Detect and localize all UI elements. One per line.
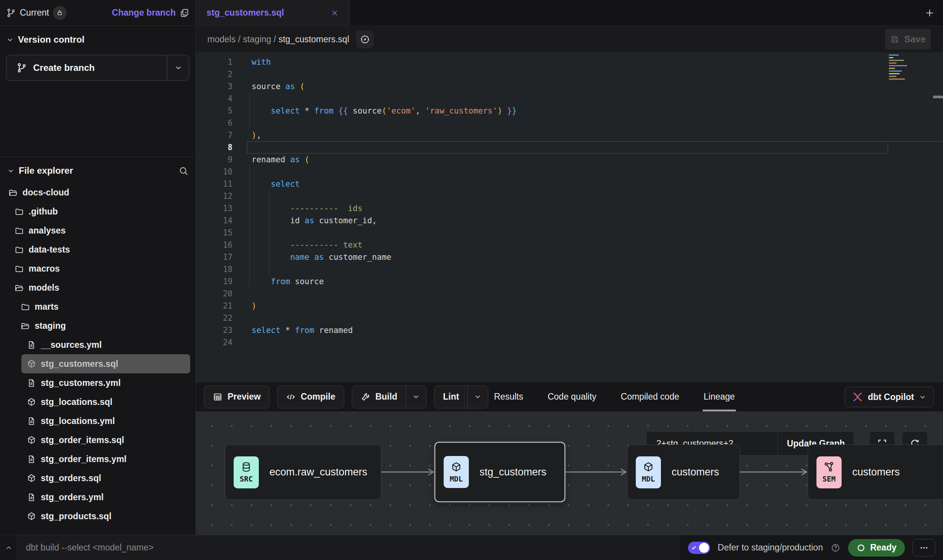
- create-branch-dropdown[interactable]: [167, 55, 189, 80]
- file-tree-item[interactable]: models: [0, 278, 196, 297]
- code-line[interactable]: 21): [196, 300, 943, 312]
- tab-stg-customers-sql[interactable]: stg_customers.sql: [196, 0, 350, 26]
- lineage-node-ecom-raw_customers[interactable]: SRCecom.raw_customers: [225, 445, 381, 500]
- lineage-node-customers[interactable]: SEMcustomers: [808, 445, 943, 500]
- indent-guide: [249, 117, 250, 129]
- file-tree-item[interactable]: macros: [0, 259, 196, 278]
- copy-icon[interactable]: [180, 8, 189, 18]
- code-line[interactable]: 16 ---------- text: [196, 239, 943, 251]
- indent-guide: [249, 239, 250, 251]
- code-line[interactable]: 7),: [196, 129, 943, 141]
- code-line[interactable]: 24: [196, 336, 943, 349]
- code-line[interactable]: 4: [196, 93, 943, 105]
- file-tree-item[interactable]: .github: [0, 202, 196, 221]
- command-input-area: [17, 535, 680, 560]
- code-line[interactable]: 5 select * from {{ source('ecom', 'raw_c…: [196, 105, 943, 117]
- file-tree-label: stg_locations.sql: [41, 397, 112, 407]
- compile-button[interactable]: Compile: [277, 386, 344, 408]
- file-tree-label: stg_customers.yml: [41, 378, 121, 388]
- file-tree-item[interactable]: stg_customers.sql: [21, 354, 190, 373]
- git-branch-icon: [6, 8, 16, 18]
- create-branch-button[interactable]: Create branch: [6, 55, 189, 81]
- search-icon[interactable]: [178, 166, 189, 176]
- line-number: 14: [196, 214, 233, 227]
- file-tree-label: models: [29, 283, 59, 293]
- copilot-compass-button[interactable]: [356, 30, 374, 48]
- chevron-down-icon: [6, 36, 14, 44]
- lineage-node-customers[interactable]: MDLcustomers: [627, 445, 740, 500]
- more-options-button[interactable]: [913, 539, 935, 557]
- code-line[interactable]: 11 select: [196, 178, 943, 190]
- chevron-down-icon: [174, 64, 183, 72]
- file-tree-item[interactable]: stg_order_items.sql: [0, 430, 196, 450]
- code-line[interactable]: 14 id as customer_id,: [196, 214, 943, 227]
- file-tree-item[interactable]: stg_orders.sql: [0, 469, 196, 488]
- code-line[interactable]: 10: [196, 166, 943, 178]
- lineage-edge: [565, 467, 627, 477]
- help-icon[interactable]: [831, 543, 840, 553]
- code-line[interactable]: 19 from source: [196, 275, 943, 288]
- change-branch-link[interactable]: Change branch: [112, 8, 176, 18]
- defer-toggle[interactable]: [688, 542, 710, 554]
- tab-code-quality[interactable]: Code quality: [548, 382, 597, 411]
- lineage-node-label: ecom.raw_customers: [269, 466, 367, 478]
- file-tree-item[interactable]: __sources.yml: [0, 335, 196, 354]
- code-line[interactable]: 12: [196, 190, 943, 202]
- preview-button[interactable]: Preview: [204, 386, 269, 408]
- line-number: 4: [196, 93, 233, 105]
- file-tree-item[interactable]: marts: [0, 297, 196, 316]
- line-number: 9: [196, 154, 233, 166]
- file-tree-item[interactable]: stg_products.sql: [0, 507, 196, 526]
- file-tree-item[interactable]: stg_customers.yml: [0, 373, 196, 392]
- line-number: 7: [196, 129, 233, 141]
- file-tree-item[interactable]: docs-cloud: [0, 183, 196, 202]
- code-line[interactable]: 20: [196, 288, 943, 300]
- tab-results[interactable]: Results: [494, 382, 523, 411]
- save-button[interactable]: Save: [885, 29, 931, 50]
- status-badge[interactable]: Ready: [848, 539, 905, 557]
- close-icon[interactable]: [330, 9, 339, 17]
- file-tree-item[interactable]: data-tests: [0, 240, 196, 259]
- code-line[interactable]: 6: [196, 117, 943, 129]
- code-line[interactable]: 15: [196, 227, 943, 239]
- indent-guide: [249, 251, 250, 263]
- code-editor[interactable]: 1with23source as (45 select * from {{ so…: [196, 53, 943, 382]
- command-input[interactable]: [26, 542, 615, 553]
- code-line[interactable]: 13 ---------- ids: [196, 202, 943, 214]
- cube-icon: [643, 461, 654, 473]
- line-number: 15: [196, 227, 233, 239]
- code-line[interactable]: 8: [196, 141, 943, 154]
- code-line[interactable]: 23select * from renamed: [196, 324, 943, 336]
- indent-guide: [249, 214, 250, 227]
- file-tree-label: macros: [29, 264, 60, 274]
- file-explorer-header[interactable]: File explorer: [0, 157, 196, 181]
- file-tree-item[interactable]: stg_order_items.yml: [0, 450, 196, 469]
- new-tab-button[interactable]: [924, 7, 935, 19]
- file-tree-item[interactable]: analyses: [0, 221, 196, 240]
- code-line[interactable]: 9renamed as (: [196, 154, 943, 166]
- version-control-header[interactable]: Version control: [6, 34, 189, 45]
- lint-button[interactable]: Lint: [435, 386, 467, 408]
- file-tree-item[interactable]: staging: [0, 316, 196, 335]
- code-line[interactable]: 2: [196, 68, 943, 80]
- folder-icon: [14, 245, 24, 254]
- build-dropdown[interactable]: [406, 386, 426, 408]
- code-line[interactable]: 3source as (: [196, 80, 943, 93]
- command-bar-expand[interactable]: [0, 535, 17, 560]
- file-tree-item[interactable]: stg_locations.yml: [0, 411, 196, 430]
- code-line[interactable]: 1with: [196, 56, 943, 68]
- tab-lineage[interactable]: Lineage: [704, 382, 735, 411]
- code-line[interactable]: 18: [196, 263, 943, 275]
- file-tree-item[interactable]: stg_orders.yml: [0, 488, 196, 507]
- tab-compiled-code[interactable]: Compiled code: [621, 382, 679, 411]
- lineage-graph[interactable]: Update Graph SRCecom.raw_customersMDLstg…: [196, 411, 943, 535]
- code-line[interactable]: 17 name as customer_name: [196, 251, 943, 263]
- dbt-copilot-button[interactable]: dbt Copilot: [845, 387, 934, 407]
- indent-guide: [269, 239, 269, 251]
- file-tree-item[interactable]: stg_locations.sql: [0, 392, 196, 411]
- lineage-node-stg_customers[interactable]: MDLstg_customers: [435, 442, 565, 502]
- line-number: 1: [196, 56, 233, 68]
- build-button[interactable]: Build: [352, 386, 406, 408]
- code-line[interactable]: 22: [196, 312, 943, 324]
- file-icon: [27, 416, 36, 426]
